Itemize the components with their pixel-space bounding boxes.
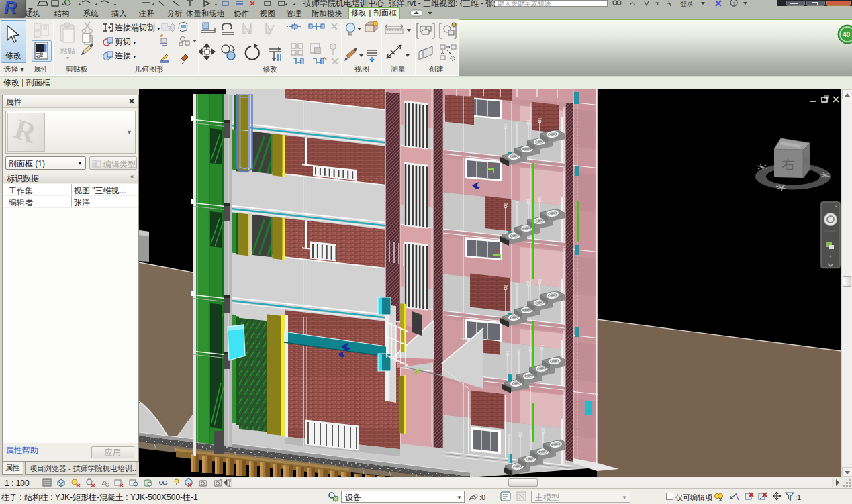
svg-text:40: 40	[843, 31, 851, 38]
svg-text:×: ×	[835, 203, 838, 209]
svg-text:右: 右	[782, 157, 795, 172]
svg-text:R: R	[11, 114, 40, 149]
svg-text:前: 前	[803, 156, 811, 164]
svg-text::0: :0	[479, 493, 485, 501]
svg-text::1: :1	[795, 493, 801, 501]
svg-text:?: ?	[732, 1, 736, 7]
svg-text:登录: 登录	[680, 0, 694, 7]
